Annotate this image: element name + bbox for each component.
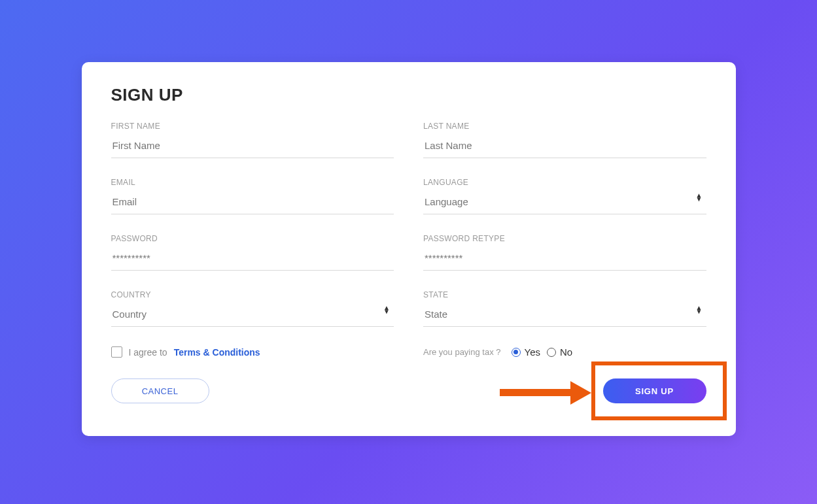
signup-card: SIGN UP FIRST NAME LAST NAME EMAIL LANGU… [82, 62, 736, 436]
form-grid: FIRST NAME LAST NAME EMAIL LANGUAGE ▲▼ P… [111, 122, 706, 327]
radio-selected-icon [512, 348, 521, 357]
password-retype-input[interactable] [423, 248, 706, 271]
state-label: STATE [423, 290, 706, 299]
last-name-input[interactable] [423, 136, 706, 158]
country-select[interactable] [111, 305, 394, 327]
state-select[interactable] [423, 305, 706, 327]
password-label: PASSWORD [111, 234, 394, 243]
tax-no-label: No [560, 346, 572, 358]
first-name-label: FIRST NAME [111, 122, 394, 131]
country-field: COUNTRY ▲▼ [111, 290, 394, 327]
email-field: EMAIL [111, 178, 394, 214]
signup-button[interactable]: SIGN UP [603, 378, 706, 403]
email-input[interactable] [111, 192, 394, 214]
country-label: COUNTRY [111, 290, 394, 299]
password-field: PASSWORD [111, 234, 394, 271]
email-label: EMAIL [111, 178, 394, 187]
password-input[interactable] [111, 248, 394, 271]
options-row: I agree to Terms & Conditions Are you pa… [111, 346, 706, 358]
tax-question: Are you paying tax ? [423, 347, 501, 357]
agree-checkbox[interactable] [111, 346, 122, 358]
password-retype-label: PASSWORD RETYPE [423, 234, 706, 243]
first-name-input[interactable] [111, 136, 394, 158]
terms-link[interactable]: Terms & Conditions [174, 347, 260, 358]
first-name-field: FIRST NAME [111, 122, 394, 158]
tax-no-group[interactable]: No [547, 346, 572, 358]
radio-empty-icon [547, 348, 556, 357]
tax-yes-group[interactable]: Yes [512, 346, 540, 358]
language-field: LANGUAGE ▲▼ [423, 178, 706, 214]
buttons-row: CANCEL SIGN UP [111, 378, 706, 403]
signup-cell: SIGN UP [423, 378, 706, 403]
language-select[interactable] [423, 192, 706, 214]
annotation-arrow-icon [500, 385, 591, 401]
agree-text: I agree to [129, 347, 167, 358]
page-title: SIGN UP [111, 85, 706, 105]
state-field: STATE ▲▼ [423, 290, 706, 327]
language-label: LANGUAGE [423, 178, 706, 187]
last-name-field: LAST NAME [423, 122, 706, 158]
cancel-button[interactable]: CANCEL [111, 378, 209, 403]
tax-wrap: Are you paying tax ? Yes No [423, 346, 706, 358]
password-retype-field: PASSWORD RETYPE [423, 234, 706, 271]
agree-wrap: I agree to Terms & Conditions [111, 346, 394, 358]
last-name-label: LAST NAME [423, 122, 706, 131]
tax-yes-label: Yes [525, 346, 540, 358]
